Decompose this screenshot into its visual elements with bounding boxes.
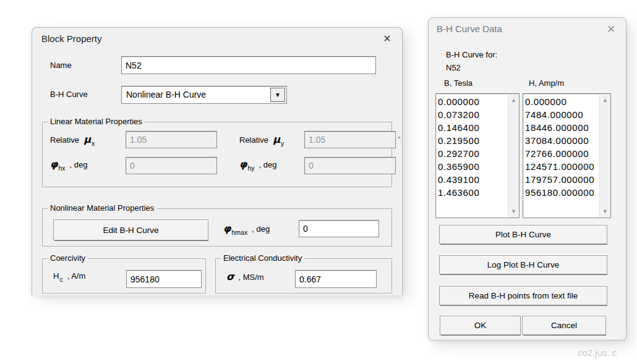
- list-item[interactable]: 1.463600: [438, 186, 508, 199]
- phi-hmax-label: φhmax, deg: [223, 222, 270, 234]
- curve-for-label: B-H Curve for:: [446, 50, 497, 59]
- read-bh-points-button[interactable]: Read B-H points from text file: [439, 286, 607, 305]
- hc-label: Hc, A/m: [53, 271, 85, 281]
- dialog-title: Block Property: [41, 33, 102, 44]
- h-values-listbox[interactable]: 0.0000007484.00000018446.00000037084.000…: [523, 93, 611, 218]
- screen-artifact-dot: [398, 137, 400, 138]
- name-input[interactable]: [121, 56, 376, 74]
- block-property-titlebar[interactable]: Block Property ✕: [32, 28, 402, 50]
- bh-curve-label: B-H Curve: [50, 90, 88, 99]
- list-item[interactable]: 0.000000: [525, 95, 599, 108]
- list-item[interactable]: 124571.000000: [525, 160, 599, 173]
- linear-material-groupbox: Linear Material Properties Relative μx R…: [42, 122, 392, 187]
- list-item[interactable]: 0.146400: [438, 121, 508, 134]
- edit-bh-curve-button[interactable]: Edit B-H Curve: [53, 219, 208, 240]
- phi-hy-label: φhy, deg: [239, 158, 277, 170]
- phi-symbol: φ: [223, 222, 231, 234]
- phi-hx-input[interactable]: [126, 157, 217, 174]
- list-item[interactable]: 179757.000000: [525, 173, 599, 186]
- bh-curve-select[interactable]: Nonlinear B-H Curve ▼: [121, 86, 287, 104]
- relative-mu-x-label: Relative μx: [50, 133, 95, 145]
- close-icon[interactable]: ✕: [380, 32, 394, 46]
- h-values-list: 0.0000007484.00000018446.00000037084.000…: [523, 94, 599, 218]
- chevron-down-icon: ▼: [275, 92, 281, 98]
- coercivity-groupbox: Coercivity Hc, A/m: [42, 258, 206, 294]
- log-plot-bh-curve-button[interactable]: Log Plot B-H Curve: [439, 255, 607, 274]
- watermark-text: co2.jus. c: [578, 347, 617, 358]
- phi-hy-input[interactable]: [304, 157, 396, 174]
- nonlinear-material-groupbox: Nonlinear Material Properties Edit B-H C…: [42, 208, 392, 247]
- h-list-scrollbar[interactable]: ▲ ▼: [599, 94, 610, 218]
- b-column-label: B, Tesla: [444, 78, 472, 88]
- list-item[interactable]: 72766.000000: [525, 147, 599, 160]
- scroll-up-icon[interactable]: ▲: [508, 95, 519, 105]
- phi-symbol: φ: [239, 158, 247, 170]
- phi-symbol: φ: [50, 158, 58, 170]
- scroll-down-icon[interactable]: ▼: [600, 206, 610, 216]
- sigma-label: σ, MS/m: [226, 271, 264, 282]
- linear-group-title: Linear Material Properties: [48, 117, 145, 126]
- b-list-scrollbar[interactable]: ▲ ▼: [508, 94, 519, 218]
- plot-bh-curve-button[interactable]: Plot B-H Curve: [439, 225, 607, 244]
- scroll-up-icon[interactable]: ▲: [600, 95, 610, 105]
- curve-name: N52: [446, 63, 461, 72]
- nonlinear-group-title: Nonlinear Material Properties: [48, 203, 156, 213]
- relative-mu-y-input[interactable]: [304, 131, 396, 148]
- conductivity-group-title: Electrical Conductivity: [221, 253, 304, 263]
- scroll-down-icon[interactable]: ▼: [508, 206, 519, 216]
- list-item[interactable]: 18446.000000: [525, 121, 599, 134]
- list-item[interactable]: 0.219500: [438, 134, 508, 147]
- b-values-listbox[interactable]: 0.0000000.0732000.1464000.2195000.292700…: [435, 93, 519, 218]
- name-label: Name: [50, 61, 72, 70]
- list-item[interactable]: 0.365900: [438, 160, 508, 173]
- cancel-button[interactable]: Cancel: [522, 316, 606, 335]
- list-item[interactable]: 0.000000: [438, 95, 508, 108]
- sigma-input[interactable]: [295, 270, 377, 288]
- h-column-label: H, Amp/m: [529, 78, 564, 88]
- list-item[interactable]: 956180.000000: [525, 186, 599, 199]
- b-values-list: 0.0000000.0732000.1464000.2195000.292700…: [436, 94, 508, 218]
- list-item[interactable]: 7484.000000: [525, 108, 599, 121]
- phi-hx-label: φhx, deg: [50, 158, 88, 170]
- phi-hmax-input[interactable]: [299, 220, 379, 237]
- list-item[interactable]: 0.292700: [438, 147, 508, 160]
- ok-button[interactable]: OK: [440, 316, 521, 335]
- list-item[interactable]: 0.073200: [438, 108, 508, 121]
- mu-symbol: μ: [83, 133, 91, 145]
- bh-curve-selected-value: Nonlinear B-H Curve: [126, 90, 206, 99]
- list-item[interactable]: 0.439100: [438, 173, 508, 186]
- close-icon[interactable]: ✕: [604, 22, 618, 36]
- bh-curve-titlebar[interactable]: B-H Curve Data ✕: [429, 18, 626, 40]
- coercivity-group-title: Coercivity: [48, 253, 88, 263]
- list-item[interactable]: 37084.000000: [525, 134, 599, 147]
- hc-input[interactable]: [126, 270, 202, 288]
- relative-mu-x-input[interactable]: [126, 131, 217, 148]
- dialog-title: B-H Curve Data: [437, 23, 502, 34]
- block-property-dialog: Block Property ✕ Name B-H Curve Nonlinea…: [32, 27, 403, 295]
- combo-dropdown-button[interactable]: ▼: [270, 88, 285, 102]
- conductivity-groupbox: Electrical Conductivity σ, MS/m: [215, 258, 392, 294]
- relative-mu-y-label: Relative μy: [239, 133, 284, 145]
- sigma-symbol: σ: [226, 271, 234, 282]
- mu-symbol: μ: [273, 133, 280, 145]
- bh-curve-data-dialog: B-H Curve Data ✕ B-H Curve for: N52 B, T…: [428, 17, 626, 341]
